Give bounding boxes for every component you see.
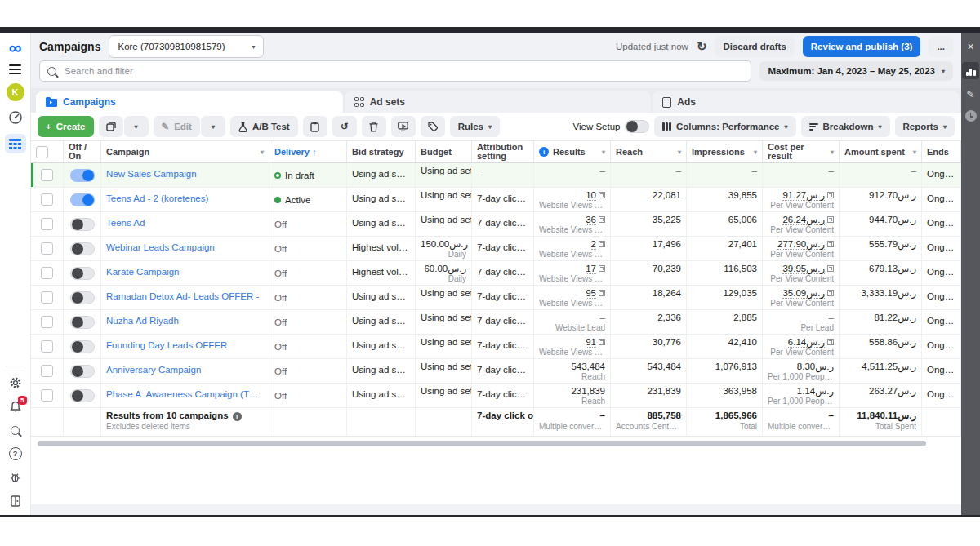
ads-manager-gauge-icon[interactable] bbox=[7, 110, 24, 125]
date-range-selector[interactable]: Maximum: Jan 4, 2023 – May 25, 2023 ▾ bbox=[760, 61, 953, 81]
create-button[interactable]: +Create bbox=[38, 116, 94, 137]
campaign-toggle[interactable] bbox=[70, 340, 95, 353]
close-icon[interactable]: × bbox=[967, 41, 973, 52]
cost-value[interactable]: 91.27ر.س bbox=[782, 190, 825, 201]
account-selector[interactable]: Kore (707309810981579) ▾ bbox=[109, 35, 264, 58]
duplicate-dropdown-button[interactable]: ▾ bbox=[124, 116, 149, 137]
duplicate-button[interactable] bbox=[99, 116, 123, 137]
cost-value[interactable]: 39.95ر.س bbox=[782, 264, 825, 274]
results-value[interactable]: 36 bbox=[586, 215, 596, 225]
campaign-link[interactable]: Phase A: Awareness Campaign (TOFU) bbox=[106, 385, 264, 404]
campaign-link[interactable]: Teens Ad - 2 (koretenes) bbox=[106, 189, 208, 208]
discard-drafts-button[interactable]: Discard drafts bbox=[715, 36, 794, 57]
campaign-link[interactable]: Founding Day Leads OFFER bbox=[106, 336, 227, 355]
meta-logo-icon[interactable]: ∞ bbox=[9, 41, 22, 55]
edit-button[interactable]: ✎Edit bbox=[154, 116, 200, 137]
more-options-button[interactable]: ... bbox=[929, 36, 953, 57]
row-checkbox[interactable] bbox=[41, 193, 53, 206]
row-checkbox[interactable] bbox=[41, 316, 53, 328]
campaign-link[interactable]: Nuzha Ad Riyadh bbox=[106, 312, 179, 331]
charts-panel-icon[interactable] bbox=[962, 62, 979, 79]
row-checkbox[interactable] bbox=[41, 169, 53, 181]
cost-value[interactable]: 26.24ر.س bbox=[782, 215, 825, 225]
logout-door-icon[interactable] bbox=[7, 494, 24, 508]
rules-dropdown[interactable]: Rules▾ bbox=[450, 116, 500, 137]
campaign-toggle[interactable] bbox=[70, 389, 95, 402]
cost-value[interactable]: 6.14ر.س bbox=[788, 337, 825, 348]
col-header-ends[interactable]: Ends bbox=[922, 141, 961, 162]
notifications-bell-icon[interactable]: 5 bbox=[7, 399, 24, 414]
campaign-toggle[interactable] bbox=[70, 267, 95, 280]
campaign-toggle[interactable] bbox=[70, 365, 95, 378]
campaigns-table-nav-icon[interactable] bbox=[5, 134, 26, 153]
campaign-link[interactable]: Anniversary Campaign bbox=[106, 361, 201, 380]
col-header-budget[interactable]: Budget bbox=[416, 141, 472, 162]
bug-report-icon[interactable] bbox=[7, 470, 24, 485]
campaign-toggle[interactable] bbox=[70, 291, 95, 304]
row-checkbox[interactable] bbox=[41, 218, 53, 230]
view-setup-toggle[interactable] bbox=[625, 120, 649, 133]
results-value[interactable]: 91 bbox=[586, 337, 596, 348]
row-checkbox[interactable] bbox=[41, 365, 53, 377]
row-checkbox[interactable] bbox=[41, 242, 53, 255]
col-header-impressions[interactable]: Impressions▾ bbox=[687, 141, 763, 162]
search-input[interactable] bbox=[63, 65, 743, 77]
campaign-toggle[interactable] bbox=[70, 193, 95, 206]
campaign-link[interactable]: New Sales Campaign bbox=[106, 165, 197, 184]
campaign-link[interactable]: Karate Campaign bbox=[106, 263, 180, 282]
results-value[interactable]: 2 bbox=[591, 239, 596, 250]
breakdown-dropdown[interactable]: Breakdown▾ bbox=[801, 116, 890, 137]
results-value[interactable]: 95 bbox=[586, 288, 596, 299]
cost-value[interactable]: 277.90ر.س bbox=[777, 239, 825, 250]
settings-gear-icon[interactable] bbox=[7, 375, 24, 390]
reports-dropdown[interactable]: Reports▾ bbox=[895, 116, 955, 137]
review-and-publish-button[interactable]: Review and publish (3) bbox=[803, 36, 921, 57]
campaign-toggle[interactable] bbox=[70, 218, 95, 231]
info-icon[interactable]: i bbox=[539, 147, 549, 157]
campaign-link[interactable]: Teens Ad bbox=[106, 214, 145, 233]
edit-dropdown-button[interactable]: ▾ bbox=[201, 116, 225, 137]
results-value[interactable]: 17 bbox=[586, 264, 596, 274]
menu-icon[interactable] bbox=[9, 64, 21, 74]
avatar[interactable]: K bbox=[7, 83, 24, 101]
campaign-link[interactable]: Webinar Leads Campaign bbox=[106, 238, 215, 257]
edit-panel-icon[interactable]: ✎ bbox=[966, 89, 974, 100]
col-header-bid-strategy[interactable]: Bid strategy bbox=[347, 141, 416, 162]
tab-ads[interactable]: Ads bbox=[653, 91, 960, 113]
campaign-toggle[interactable] bbox=[70, 242, 95, 255]
scrollbar-thumb[interactable] bbox=[38, 441, 926, 446]
ab-test-button[interactable]: A/B Test bbox=[230, 116, 298, 137]
help-icon[interactable]: ? bbox=[7, 446, 24, 461]
results-value[interactable]: 10 bbox=[586, 190, 596, 201]
tab-campaigns[interactable]: Campaigns bbox=[36, 91, 343, 113]
tag-button[interactable] bbox=[421, 116, 445, 137]
col-header-amount-spent[interactable]: Amount spent▾ bbox=[840, 141, 922, 162]
cost-value[interactable]: 35.09ر.س bbox=[782, 288, 825, 299]
table-row: Karate CampaignOffHighest volume60.00ر.س… bbox=[31, 261, 961, 286]
columns-dropdown[interactable]: Columns: Performance▾ bbox=[654, 116, 795, 137]
row-checkbox[interactable] bbox=[41, 389, 53, 402]
row-checkbox[interactable] bbox=[41, 267, 53, 279]
pin-note-button[interactable] bbox=[303, 116, 327, 137]
row-checkbox[interactable] bbox=[41, 291, 53, 304]
search-sidebar-icon[interactable] bbox=[7, 423, 24, 437]
col-header-attribution[interactable]: Attribution setting bbox=[472, 141, 534, 162]
col-header-results[interactable]: iResults▾ bbox=[534, 141, 611, 162]
col-header-cost-per-result[interactable]: Cost per result▾ bbox=[763, 141, 840, 162]
campaign-link[interactable]: Ramadan Detox Ad- Leads OFFER - bbox=[106, 287, 259, 306]
row-checkbox[interactable] bbox=[41, 340, 53, 353]
refresh-icon[interactable]: ↻ bbox=[697, 39, 707, 54]
campaign-toggle[interactable] bbox=[70, 169, 95, 182]
tab-ad-sets[interactable]: Ad sets bbox=[345, 91, 652, 113]
col-header-reach[interactable]: Reach▾ bbox=[611, 141, 687, 162]
col-header-delivery[interactable]: Delivery ↑ bbox=[270, 141, 347, 162]
col-header-campaign[interactable]: Campaign▾ bbox=[101, 141, 270, 162]
preview-button[interactable] bbox=[391, 116, 416, 137]
history-clock-icon[interactable] bbox=[965, 110, 977, 122]
search-bar[interactable] bbox=[39, 60, 751, 82]
select-all-checkbox[interactable] bbox=[36, 146, 48, 158]
info-icon[interactable]: i bbox=[233, 412, 242, 421]
delete-button[interactable] bbox=[362, 116, 386, 137]
campaign-toggle[interactable] bbox=[70, 316, 95, 329]
revert-button[interactable]: ↺ bbox=[332, 116, 357, 137]
